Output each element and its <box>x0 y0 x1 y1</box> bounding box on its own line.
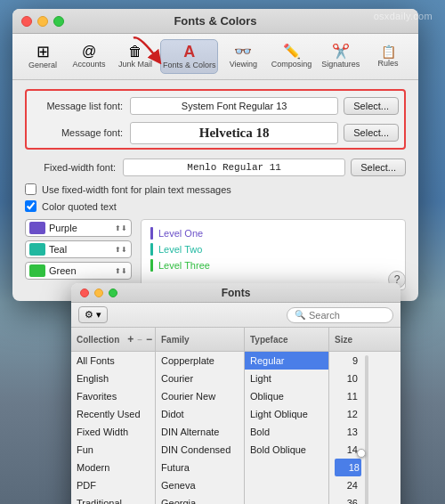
list-item[interactable]: 18 <box>335 459 361 476</box>
list-item[interactable]: 14 <box>333 441 360 459</box>
message-list-font-label: Message list font: <box>32 101 130 111</box>
gear-chevron-icon: ▾ <box>96 309 101 321</box>
list-item[interactable]: Light Oblique <box>245 405 328 423</box>
composing-icon: ✏️ <box>283 45 301 59</box>
remove-collection-button[interactable]: − <box>144 333 154 345</box>
use-fixed-width-checkbox[interactable] <box>25 183 36 195</box>
titlebar: Fonts & Colors <box>12 9 418 34</box>
maximize-button[interactable] <box>53 16 64 27</box>
toolbar-rules[interactable]: 📋 Rules <box>367 42 409 71</box>
list-item[interactable]: Oblique <box>245 387 328 405</box>
close-button[interactable] <box>21 16 32 27</box>
list-item[interactable]: Didot <box>156 405 244 423</box>
toolbar-composing-label: Composing <box>271 60 312 69</box>
general-icon: ⊞ <box>36 44 50 60</box>
list-item[interactable]: 11 <box>333 387 360 405</box>
list-item[interactable]: 9 <box>333 352 360 370</box>
list-item[interactable]: English <box>71 370 155 387</box>
list-item[interactable]: Bold Oblique <box>245 441 328 459</box>
toolbar-accounts-label: Accounts <box>72 60 105 69</box>
list-item[interactable]: 13 <box>333 423 360 441</box>
list-item[interactable]: Futura <box>156 459 244 476</box>
level-one-text: Level One <box>158 228 203 239</box>
fonts-close-button[interactable] <box>80 289 89 297</box>
gear-icon: ⚙ <box>85 309 93 321</box>
size-slider-thumb[interactable] <box>357 449 366 458</box>
viewing-icon: 👓 <box>234 45 252 59</box>
purple-swatch <box>29 222 45 234</box>
fixed-width-font-label: Fixed-width font: <box>25 162 123 173</box>
families-column: Copperplate Courier Courier New Didot DI… <box>156 352 245 504</box>
list-item[interactable]: 24 <box>333 476 360 494</box>
toolbar-viewing[interactable]: 👓 Viewing <box>222 41 264 72</box>
fonts-maximize-button[interactable] <box>109 289 117 297</box>
purple-color-select[interactable]: Purple ⬆⬇ <box>25 219 132 237</box>
list-item[interactable]: DIN Alternate <box>156 423 244 441</box>
level-two-bar <box>150 243 153 256</box>
minimize-button[interactable] <box>37 16 48 27</box>
list-item[interactable]: 36 <box>333 494 360 504</box>
fonts-traffic-lights <box>80 289 117 297</box>
traffic-lights <box>21 16 64 27</box>
toolbar-junk-mail[interactable]: 🗑 Junk Mail <box>114 41 157 72</box>
list-item[interactable]: Traditional <box>71 494 155 504</box>
message-font-display: Helvetica 18 <box>130 122 338 144</box>
toolbar-composing[interactable]: ✏️ Composing <box>268 41 314 72</box>
green-swatch <box>29 264 45 277</box>
fonts-colors-icon: A <box>183 44 195 60</box>
list-item[interactable]: Regular <box>245 352 328 370</box>
teal-color-row: Teal ⬆⬇ <box>25 240 132 258</box>
level-one-item: Level One <box>150 227 396 240</box>
family-header-label: Family <box>161 335 190 345</box>
fonts-minimize-button[interactable] <box>94 289 103 297</box>
toolbar-fonts-colors[interactable]: A Fonts & Colors <box>160 39 218 74</box>
toolbar-general[interactable]: ⊞ General <box>21 40 64 73</box>
family-header: Family <box>156 328 245 351</box>
typeface-header-label: Typeface <box>250 335 288 345</box>
list-item[interactable]: Fixed Width <box>71 423 155 441</box>
add-collection-button[interactable]: + <box>125 333 135 345</box>
list-item[interactable]: Fun <box>71 441 155 459</box>
color-dropdowns: Purple ⬆⬇ Teal ⬆⬇ Green <box>25 219 132 290</box>
toolbar-signatures[interactable]: ✂️ Signatures <box>319 41 363 72</box>
collections-column: All Fonts English Favorites Recently Use… <box>71 352 156 504</box>
teal-chevron-icon: ⬆⬇ <box>115 246 127 254</box>
purple-chevron-icon: ⬆⬇ <box>115 224 127 232</box>
list-item[interactable]: Copperplate <box>156 352 244 370</box>
use-fixed-width-label: Use fixed-width font for plain text mess… <box>42 184 231 195</box>
search-input[interactable] <box>309 310 389 321</box>
list-item[interactable]: 12 <box>333 405 360 423</box>
teal-color-select[interactable]: Teal ⬆⬇ <box>25 240 132 258</box>
list-item[interactable]: Courier New <box>156 387 244 405</box>
level-two-item: Level Two <box>150 243 396 256</box>
toolbar-accounts[interactable]: @ Accounts <box>68 41 110 72</box>
collection-header: Collection + – − <box>71 328 156 351</box>
list-item[interactable]: Favorites <box>71 387 155 405</box>
list-item[interactable]: Bold <box>245 423 328 441</box>
list-item[interactable]: DIN Condensed <box>156 441 244 459</box>
list-item[interactable]: Geneva <box>156 476 244 494</box>
color-quoted-checkbox[interactable] <box>25 200 36 212</box>
list-item[interactable]: Georgia <box>156 494 244 504</box>
fixed-width-font-row: Fixed-width font: Menlo Regular 11 Selec… <box>25 157 406 178</box>
message-list-font-row: Message list font: System Font Regular 1… <box>32 94 399 118</box>
list-item[interactable]: 10 <box>333 370 360 387</box>
font-rows-highlight: Message list font: System Font Regular 1… <box>25 89 406 150</box>
list-item[interactable]: Light <box>245 370 328 387</box>
list-item[interactable]: Courier <box>156 370 244 387</box>
list-item[interactable]: All Fonts <box>71 352 155 370</box>
fixed-width-select-button[interactable]: Select... <box>351 159 406 176</box>
fonts-table-body: All Fonts English Favorites Recently Use… <box>71 352 400 504</box>
collection-header-label: Collection <box>77 335 119 345</box>
fonts-window-title: Fonts <box>222 287 251 299</box>
message-list-select-button[interactable]: Select... <box>344 97 399 115</box>
green-color-select[interactable]: Green ⬆⬇ <box>25 262 132 280</box>
size-header: Size <box>329 328 374 351</box>
list-item[interactable]: Recently Used <box>71 405 155 423</box>
list-item[interactable]: PDF <box>71 476 155 494</box>
gear-button[interactable]: ⚙ ▾ <box>78 306 108 323</box>
list-item[interactable]: Modern <box>71 459 155 476</box>
toolbar-junk-mail-label: Junk Mail <box>118 60 152 69</box>
message-select-button[interactable]: Select... <box>344 124 399 142</box>
watermark: osxdaily.com <box>374 11 433 21</box>
